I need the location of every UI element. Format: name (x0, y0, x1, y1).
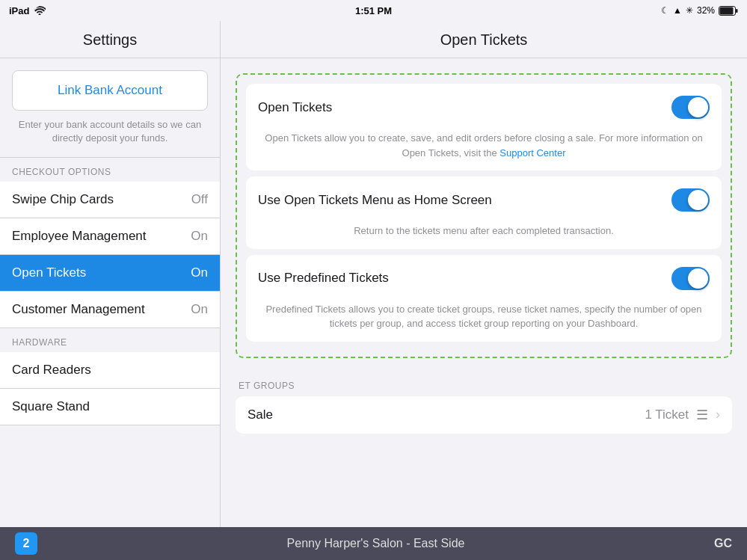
svg-rect-2 (736, 9, 738, 13)
bottom-bar-badge: 2 (15, 532, 37, 555)
home-screen-card: Use Open Tickets Menu as Home Screen Ret… (246, 176, 722, 249)
hamburger-icon: ☰ (696, 407, 708, 423)
et-groups-row[interactable]: Sale 1 Ticket ☰ › (236, 396, 732, 434)
predefined-tickets-description: Predefined Tickets allows you to create … (258, 302, 710, 342)
ipad-label: iPad (9, 5, 29, 16)
sidebar-item-employee-mgmt[interactable]: Employee Management On (0, 218, 220, 255)
sidebar-item-square-stand[interactable]: Square Stand (0, 389, 220, 425)
et-groups-header: ET GROUPS (236, 373, 732, 396)
status-left: iPad (9, 5, 46, 16)
sidebar-item-customer-mgmt-label: Customer Management (12, 302, 145, 317)
checkout-options-header: CHECKOUT OPTIONS (0, 158, 220, 182)
sidebar-title: Settings (0, 21, 220, 58)
sidebar-item-card-readers[interactable]: Card Readers (0, 352, 220, 389)
sidebar-item-swipe-chip-label: Swipe Chip Cards (12, 192, 114, 207)
predefined-tickets-row: Use Predefined Tickets (258, 255, 710, 302)
battery-percent: 32% (697, 5, 715, 16)
dashed-container: Open Tickets Open Tickets allow you to c… (236, 73, 732, 358)
sidebar-item-customer-mgmt[interactable]: Customer Management On (0, 292, 220, 328)
predefined-tickets-toggle[interactable] (671, 267, 710, 290)
battery-icon (719, 6, 738, 16)
open-tickets-label: Open Tickets (258, 100, 332, 115)
bluetooth-icon: ✳ (686, 5, 693, 16)
et-row-right: 1 Ticket ☰ › (645, 407, 720, 423)
main-layout: Settings Link Bank Account Enter your ba… (0, 21, 747, 527)
home-screen-label: Use Open Tickets Menu as Home Screen (258, 193, 492, 208)
open-tickets-card: Open Tickets Open Tickets allow you to c… (246, 84, 722, 170)
sidebar-item-open-tickets-label: Open Tickets (12, 265, 86, 280)
link-bank-desc: Enter your bank account details so we ca… (12, 118, 208, 145)
status-right: ☾ ▲ ✳ 32% (661, 5, 738, 16)
predefined-tickets-label: Use Predefined Tickets (258, 271, 389, 286)
home-screen-toggle[interactable] (671, 188, 710, 212)
sidebar-item-swipe-chip[interactable]: Swipe Chip Cards Off (0, 182, 220, 218)
open-tickets-row: Open Tickets (258, 84, 710, 131)
content-scroll: Open Tickets Open Tickets allow you to c… (221, 58, 747, 527)
svg-rect-1 (720, 7, 734, 14)
chevron-right-icon: › (716, 407, 720, 422)
status-time: 1:51 PM (355, 5, 392, 16)
et-row-label: Sale (248, 407, 273, 422)
bottom-bar-initials: GC (714, 537, 732, 550)
sidebar-item-open-tickets-value: On (191, 265, 208, 280)
link-bank-button[interactable]: Link Bank Account (12, 70, 208, 111)
sidebar-item-swipe-chip-value: Off (191, 192, 208, 207)
sidebar-item-square-stand-label: Square Stand (12, 399, 90, 414)
bottom-bar: 2 Penny Harper's Salon - East Side GC (0, 527, 747, 560)
sidebar-item-customer-mgmt-value: On (191, 302, 208, 317)
home-screen-row: Use Open Tickets Menu as Home Screen (258, 176, 710, 224)
content-area: Open Tickets Open Tickets Open Tickets a… (221, 21, 747, 527)
sidebar: Settings Link Bank Account Enter your ba… (0, 21, 221, 527)
wifi-icon (34, 6, 46, 15)
link-bank-section: Link Bank Account Enter your bank accoun… (0, 58, 220, 158)
sidebar-item-open-tickets[interactable]: Open Tickets On (0, 255, 220, 292)
bottom-bar-title: Penny Harper's Salon - East Side (287, 537, 465, 550)
status-bar: iPad 1:51 PM ☾ ▲ ✳ 32% (0, 0, 747, 21)
home-screen-description: Return to the tickets menu after each co… (258, 224, 710, 249)
sidebar-item-employee-mgmt-value: On (191, 229, 208, 244)
sidebar-item-card-readers-label: Card Readers (12, 363, 91, 378)
predefined-tickets-card: Use Predefined Tickets Predefined Ticket… (246, 255, 722, 342)
arrow-icon: ▲ (673, 5, 682, 16)
crescent-icon: ☾ (661, 5, 669, 16)
open-tickets-toggle[interactable] (671, 96, 710, 119)
et-row-value: 1 Ticket (645, 407, 689, 422)
content-title: Open Tickets (221, 21, 747, 58)
hardware-header: HARDWARE (0, 328, 220, 352)
et-groups-section: ET GROUPS Sale 1 Ticket ☰ › (236, 373, 732, 434)
open-tickets-description: Open Tickets allow you to create, save, … (258, 131, 710, 170)
sidebar-item-employee-mgmt-label: Employee Management (12, 229, 147, 244)
